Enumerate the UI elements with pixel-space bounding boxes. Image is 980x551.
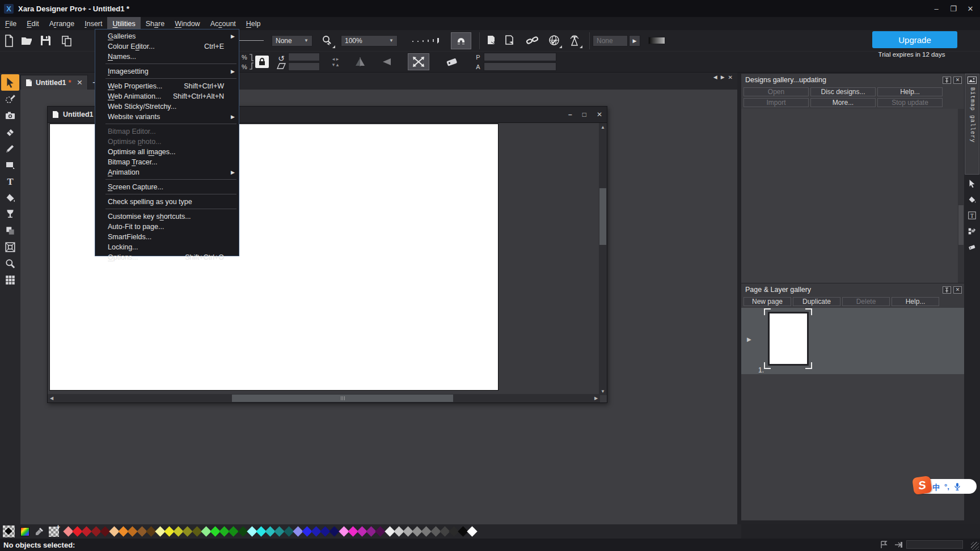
delete-button[interactable]: Delete	[842, 297, 890, 306]
name-tag-button[interactable]	[443, 53, 461, 70]
p-field[interactable]	[484, 53, 556, 61]
ime-microphone-icon[interactable]	[954, 482, 961, 491]
photo-enhance-tool-button[interactable]	[1, 91, 19, 107]
document-tab[interactable]: Untitled1 * ✕	[20, 75, 88, 90]
menu-item-bitmap-editor[interactable]: Bitmap Editor...	[95, 126, 239, 137]
menu-item-website-variants[interactable]: Website variants▶	[95, 112, 239, 122]
menu-item-names[interactable]: Names...	[95, 52, 239, 62]
color-swatch-44[interactable]	[467, 526, 478, 536]
menu-item-optimise-all-images[interactable]: Optimise all images...	[95, 147, 239, 157]
minimize-button[interactable]: –	[928, 2, 945, 15]
color-swatch-2[interactable]	[82, 526, 92, 536]
save-button[interactable]	[36, 32, 54, 49]
object-name-field[interactable]: None	[593, 35, 628, 46]
hyperlink-button[interactable]	[523, 32, 542, 49]
open-button[interactable]	[18, 32, 36, 49]
tab-close-icon[interactable]: ✕	[77, 78, 82, 87]
bitmap-gallery-tab[interactable]: Bitmap gallery	[965, 74, 979, 175]
color-gallery-button[interactable]	[965, 224, 979, 238]
flip-horizontal-button[interactable]	[377, 53, 395, 70]
skew-angle-field[interactable]	[288, 62, 320, 71]
flip-vertical-button[interactable]	[351, 53, 369, 70]
pencil-tool-button[interactable]	[1, 140, 19, 156]
publish-button[interactable]	[565, 32, 584, 49]
transparency-tool-button[interactable]	[1, 206, 19, 222]
bevel-tool-button[interactable]	[1, 239, 19, 255]
selector-tool-button[interactable]	[1, 74, 19, 91]
stop-update-button[interactable]: Stop update	[877, 98, 943, 107]
page-list-item[interactable]: ▶ 1.	[741, 308, 964, 374]
web-export-check-button[interactable]	[545, 32, 563, 49]
eraser-tool-button[interactable]	[1, 124, 19, 140]
status-input-field[interactable]	[906, 540, 963, 549]
live-drag-indicator-icon[interactable]	[894, 541, 903, 549]
grid-tool-button[interactable]	[1, 272, 19, 288]
lock-aspect-button[interactable]	[255, 56, 269, 68]
pin-icon[interactable]	[943, 286, 951, 294]
scroll-left-icon[interactable]: ◀	[48, 394, 56, 402]
menu-item-smartfields[interactable]: SmartFields...	[95, 232, 239, 242]
no-color-swatch[interactable]	[3, 525, 15, 537]
apply-name-button[interactable]: ▶	[629, 35, 640, 46]
font-gallery-button[interactable]: T	[965, 208, 979, 222]
menu-item-web-sticky-stretchy[interactable]: Web Sticky/Stretchy...	[95, 101, 239, 112]
text-tool-button[interactable]: T	[1, 173, 19, 189]
ime-punctuation-toggle[interactable]: °,	[944, 482, 949, 491]
page-thumbnail[interactable]	[768, 312, 809, 366]
menubar-item-insert[interactable]: Insert	[79, 17, 107, 30]
ime-language-toggle[interactable]: 中	[932, 481, 940, 492]
menubar-item-edit[interactable]: Edit	[22, 17, 44, 30]
gradient-swatch[interactable]	[648, 37, 665, 44]
menu-item-locking[interactable]: Locking...	[95, 242, 239, 252]
close-button[interactable]: ✕	[962, 2, 979, 15]
color-swatch-39[interactable]	[421, 526, 432, 536]
shadow-tool-button[interactable]	[1, 222, 19, 239]
scale-line-widths-button[interactable]	[408, 53, 429, 70]
color-swatch-23[interactable]	[274, 526, 285, 536]
menubar-item-help[interactable]: Help	[241, 17, 266, 30]
maximize-button[interactable]: ❐	[945, 2, 962, 15]
open-button[interactable]: Open	[744, 87, 809, 96]
menubar-item-arrange[interactable]: Arrange	[44, 17, 80, 30]
doc-close-button[interactable]: ✕	[597, 111, 602, 118]
menu-item-imagesetting[interactable]: Imagesetting▶	[95, 66, 239, 77]
menubar-item-account[interactable]: Account	[205, 17, 241, 30]
a-field[interactable]	[484, 62, 556, 71]
upgrade-button[interactable]: Upgrade	[872, 31, 957, 48]
designs-gallery-scrollbar[interactable]	[958, 109, 964, 283]
snap-to-objects-button[interactable]	[451, 32, 471, 49]
zoom-level-dropdown[interactable]: 100% ▼	[341, 35, 398, 46]
scroll-down-icon[interactable]: ▼	[599, 387, 607, 395]
zoom-tool-button[interactable]	[1, 255, 19, 272]
paste-options-button[interactable]	[501, 32, 519, 49]
ime-logo-icon[interactable]: S	[912, 476, 932, 495]
close-panel-icon[interactable]: ✕	[953, 286, 962, 294]
menu-item-auto-fit-to-page[interactable]: Auto-Fit to page...	[95, 222, 239, 232]
clipboard-button[interactable]	[58, 32, 76, 49]
menu-item-galleries[interactable]: Galleries▶	[95, 31, 239, 41]
expand-arrow-icon[interactable]: ▶	[747, 336, 751, 342]
menu-item-optimise-photo[interactable]: Optimise photo...	[95, 137, 239, 147]
line-width-dropdown[interactable]: None ▼	[272, 35, 312, 46]
selector-gallery-button[interactable]	[965, 176, 979, 190]
color-swatch-7[interactable]	[128, 526, 138, 536]
rotate-angle-field[interactable]	[288, 53, 320, 61]
new-page-button[interactable]: New page	[744, 297, 791, 306]
tab-nav-left-icon[interactable]: ◀	[713, 74, 717, 80]
new-document-button[interactable]	[0, 32, 18, 49]
fill-gallery-button[interactable]	[965, 192, 979, 206]
menubar-item-utilities[interactable]: Utilities	[107, 17, 140, 30]
shape-tool-button[interactable]	[1, 156, 19, 173]
scroll-right-icon[interactable]: ▶	[592, 394, 600, 402]
duplicate-button[interactable]: Duplicate	[793, 297, 840, 306]
snap-indicator-icon[interactable]	[880, 541, 889, 549]
page-layer-gallery-header[interactable]: Page & Layer gallery ✕	[741, 283, 964, 296]
vertical-scrollbar[interactable]: ▲ ▼	[599, 123, 607, 395]
more-button[interactable]: More...	[810, 98, 876, 107]
color-editor-swatch[interactable]	[20, 527, 29, 536]
menu-item-colour-editor[interactable]: Colour Editor...Ctrl+E	[95, 41, 239, 52]
scroll-up-icon[interactable]: ▲	[599, 123, 607, 131]
photo-tool-button[interactable]	[1, 107, 19, 124]
doc-minimize-button[interactable]: –	[568, 111, 572, 118]
menu-item-check-spelling-as-you-type[interactable]: Check spelling as you type	[95, 197, 239, 207]
